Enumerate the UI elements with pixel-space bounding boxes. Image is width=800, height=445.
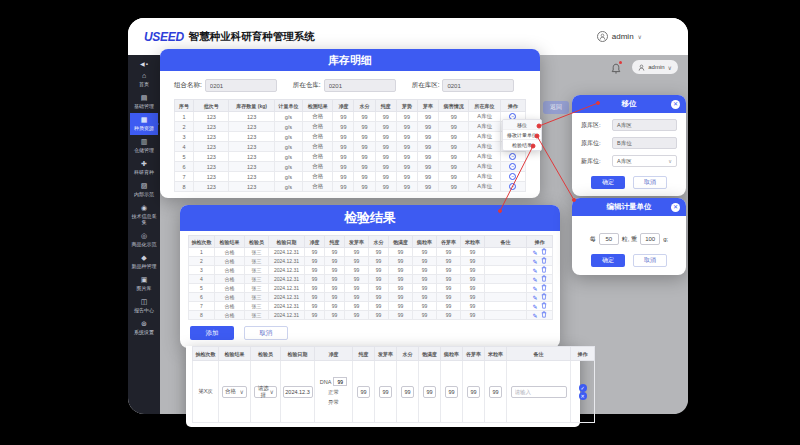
inspector-select[interactable]: 请选择∨ [254, 386, 277, 398]
column-header: 米粒率 [485, 347, 507, 361]
trash-icon[interactable] [541, 275, 547, 282]
cell: 99 [354, 132, 375, 142]
edit-pencil-icon[interactable]: ✎ [532, 304, 537, 310]
back-button[interactable]: 返回 [543, 101, 569, 114]
cell: 99 [389, 284, 413, 293]
confirm-button[interactable]: 确定 [591, 254, 625, 267]
result-select[interactable]: 合格∨ [222, 386, 247, 398]
cell: 99 [354, 182, 375, 192]
cell: 99 [345, 293, 369, 302]
date-input[interactable] [283, 386, 313, 398]
column-header: 批次号 [194, 100, 229, 112]
row-more-actions-icon[interactable]: − [509, 153, 516, 160]
cancel-button[interactable]: 取消 [633, 176, 667, 189]
sidebar-item-breeding[interactable]: ✚科研育种 [130, 157, 158, 179]
storage-area-input[interactable] [442, 79, 514, 92]
row-more-actions-icon[interactable]: − [509, 183, 516, 190]
menu-item-move[interactable]: 移位 [503, 120, 541, 130]
trash-icon[interactable] [541, 284, 547, 291]
trash-icon[interactable] [541, 266, 547, 273]
edit-pencil-icon[interactable]: ✎ [532, 286, 537, 292]
kernel-rate-input[interactable] [489, 386, 502, 398]
remark-input[interactable] [511, 386, 567, 398]
cancel-button[interactable]: 取消 [244, 326, 288, 340]
cell: 99 [461, 266, 485, 275]
cell: A库位 [469, 172, 500, 182]
sidebar-item-commercial-demo[interactable]: ◎商品化示范 [130, 229, 158, 251]
cancel-button[interactable]: 取消 [633, 254, 667, 267]
cancel-circle-icon[interactable]: ✕ [579, 392, 587, 400]
cell: 99 [375, 112, 396, 122]
purity-input[interactable] [357, 386, 370, 398]
confirm-button[interactable]: 确定 [591, 176, 625, 189]
purity-option-abnormal[interactable]: 异常 [328, 399, 339, 406]
cell: 99 [305, 275, 325, 284]
diseased-rate-input[interactable] [445, 386, 458, 398]
edit-pencil-icon[interactable]: ✎ [532, 250, 537, 256]
purity-option-normal[interactable]: 正常 [328, 389, 339, 396]
sidebar-item-germplasm[interactable]: ▦种质资源 [130, 113, 158, 135]
unit-prefix: 每 [590, 235, 596, 244]
page-user-chip[interactable]: admin ∨ [632, 60, 678, 74]
menu-item-inspection[interactable]: 检验结果 [503, 140, 541, 150]
cell: 99 [396, 142, 417, 152]
grain-count-input[interactable] [599, 233, 619, 245]
warehouse-input[interactable] [324, 79, 396, 92]
sidebar-item-report[interactable]: ◫报告中心 [130, 295, 158, 317]
dna-input[interactable] [333, 377, 347, 386]
sidebar-item-basic-management[interactable]: ▤基础管理 [130, 91, 158, 113]
new-slot-select[interactable]: A库区∨ [612, 155, 677, 167]
trash-icon[interactable] [541, 311, 547, 318]
cell: 99 [437, 248, 461, 257]
weight-input[interactable] [640, 233, 660, 245]
cell [485, 275, 527, 284]
cell: 张三 [245, 257, 269, 266]
column-header: 芽势 [396, 100, 417, 112]
chevron-down-icon: ∨ [668, 158, 672, 164]
cell: 123 [229, 122, 274, 132]
cell: 2024.12.31 [269, 248, 305, 257]
trash-icon[interactable] [541, 302, 547, 309]
cell: 99 [396, 122, 417, 132]
canvas: { "app": {"logo": "USEED", "title": "智慧种… [0, 0, 800, 445]
cell: 合格 [303, 162, 333, 172]
trash-icon[interactable] [541, 293, 547, 300]
combo-name-input[interactable] [205, 79, 277, 92]
sidebar-item-settings[interactable]: ⊛系统设置 [130, 317, 158, 339]
edit-pencil-icon[interactable]: ✎ [532, 268, 537, 274]
sidebar-item-tech-info[interactable]: ◉技术信息采集 [130, 201, 158, 229]
sidebar-item-home[interactable]: ⌂首页 [130, 69, 158, 91]
row-more-actions-icon[interactable]: − [509, 173, 516, 180]
sidebar-item-warehouse[interactable]: ▥仓储管理 [130, 135, 158, 157]
column-header: 芽率 [418, 100, 439, 112]
close-icon[interactable]: ✕ [671, 100, 680, 109]
cell: 99 [369, 284, 389, 293]
add-button[interactable]: 添加 [190, 326, 234, 340]
edit-pencil-icon[interactable]: ✎ [532, 295, 537, 301]
confirm-circle-icon[interactable]: ✓ [579, 384, 587, 392]
husk-rate-input[interactable] [467, 386, 480, 398]
sidebar-item-gallery[interactable]: ▣图片库 [130, 273, 158, 295]
notification-bell-icon[interactable] [611, 61, 622, 73]
sidebar-collapse-icon[interactable]: ◀▪ [140, 58, 148, 69]
row-more-actions-icon[interactable]: − [509, 163, 516, 170]
edit-pencil-icon[interactable]: ✎ [532, 313, 537, 319]
germination-input[interactable] [379, 386, 392, 398]
sidebar-item-internal-demo[interactable]: ▨内部示范 [130, 179, 158, 201]
settings-icon: ⊛ [141, 320, 147, 328]
cell: 99 [345, 275, 369, 284]
cell: 99 [437, 293, 461, 302]
edit-pencil-icon[interactable]: ✎ [532, 259, 537, 265]
plumpness-input[interactable] [423, 386, 436, 398]
menu-item-edit-unit[interactable]: 修改计量单位 [503, 130, 541, 140]
trash-icon[interactable] [541, 257, 547, 264]
sidebar-item-new-variety[interactable]: ◆新品种管理 [130, 251, 158, 273]
column-header: 所在库位 [469, 100, 500, 112]
moisture-input[interactable] [401, 386, 414, 398]
trash-icon[interactable] [541, 248, 547, 255]
column-header: 检验日期 [269, 236, 305, 248]
column-header: 库存数量 (kg) [229, 100, 274, 112]
close-icon[interactable]: ✕ [671, 203, 680, 212]
header-user-menu[interactable]: admin ∨ [597, 31, 642, 42]
edit-pencil-icon[interactable]: ✎ [532, 277, 537, 283]
